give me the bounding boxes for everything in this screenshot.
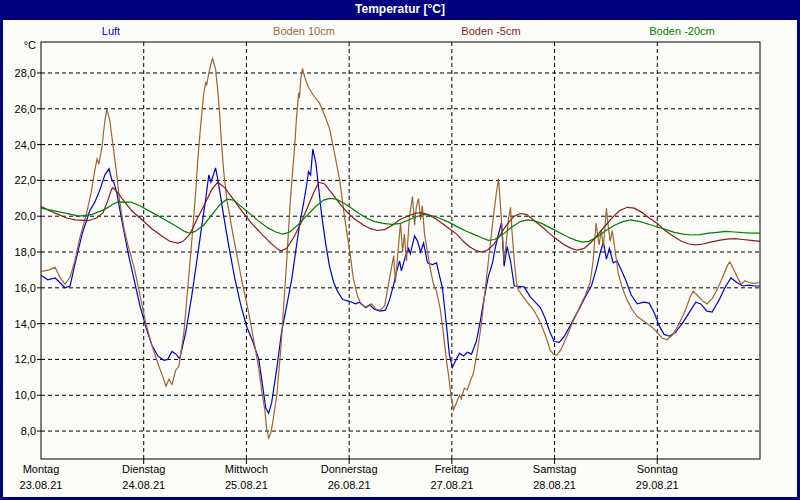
y-axis-unit-label: °C bbox=[24, 39, 36, 51]
date-label: 26.08.21 bbox=[328, 479, 371, 491]
date-label: 28.08.21 bbox=[533, 479, 576, 491]
series-line-luft bbox=[41, 149, 760, 413]
day-name-label: Freitag bbox=[435, 463, 469, 475]
date-label: 25.08.21 bbox=[225, 479, 268, 491]
y-axis-label: 18,0 bbox=[15, 246, 36, 258]
y-axis-label: 10,0 bbox=[15, 389, 36, 401]
y-axis-label: 26,0 bbox=[15, 103, 36, 115]
y-axis-label: 12,0 bbox=[15, 353, 36, 365]
day-name-label: Donnerstag bbox=[321, 463, 378, 475]
legend-item-boden-20cm: Boden -20cm bbox=[649, 25, 714, 37]
legend-item-boden-10cm: Boden 10cm bbox=[273, 25, 335, 37]
day-name-label: Sonntag bbox=[637, 463, 678, 475]
series-line-boden-5cm bbox=[41, 182, 760, 252]
day-name-label: Samstag bbox=[533, 463, 576, 475]
window-title: Temperatur [°C] bbox=[355, 2, 445, 16]
y-axis-label: 28,0 bbox=[15, 67, 36, 79]
window-border-left bbox=[0, 19, 3, 500]
y-axis-label: 20,0 bbox=[15, 210, 36, 222]
series-line-boden-10cm bbox=[41, 59, 760, 439]
legend-item-boden-5cm: Boden -5cm bbox=[461, 25, 520, 37]
plot-frame bbox=[41, 42, 760, 459]
y-axis-label: 16,0 bbox=[15, 282, 36, 294]
legend-item-luft: Luft bbox=[102, 25, 120, 37]
chart-legend: LuftBoden 10cmBoden -5cmBoden -20cm bbox=[0, 25, 800, 39]
window-title-bar: Temperatur [°C] bbox=[0, 0, 800, 20]
date-label: 27.08.21 bbox=[430, 479, 473, 491]
day-name-label: Mittwoch bbox=[225, 463, 268, 475]
weather-chart-window: 8,010,012,014,016,018,020,022,024,026,02… bbox=[0, 0, 800, 500]
date-label: 23.08.21 bbox=[20, 479, 63, 491]
date-label: 24.08.21 bbox=[122, 479, 165, 491]
y-axis-label: 14,0 bbox=[15, 318, 36, 330]
date-label: 29.08.21 bbox=[636, 479, 679, 491]
temperature-chart: 8,010,012,014,016,018,020,022,024,026,02… bbox=[0, 0, 800, 500]
day-name-label: Dienstag bbox=[122, 463, 165, 475]
y-axis-label: 24,0 bbox=[15, 139, 36, 151]
y-axis-label: 22,0 bbox=[15, 174, 36, 186]
day-name-label: Montag bbox=[23, 463, 60, 475]
y-axis-label: 8,0 bbox=[21, 425, 36, 437]
